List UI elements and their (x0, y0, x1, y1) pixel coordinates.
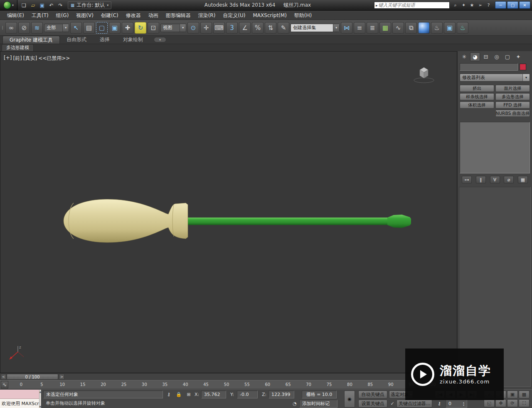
angle-snap-icon[interactable]: ∠ (239, 22, 251, 34)
favorites-star-icon[interactable]: ★ (468, 2, 475, 9)
workspace-dropdown[interactable]: ▦ 工作台: 默认 ▾ (68, 1, 111, 9)
modifier-button[interactable]: 面片选择 (495, 85, 530, 92)
selection-filter-dropdown[interactable]: 全部▾ (44, 24, 69, 32)
search-input[interactable] (379, 2, 445, 8)
toolbar-grip[interactable]: ⁞ (2, 25, 3, 31)
hierarchy-tab-icon[interactable]: ⊟ (481, 52, 491, 61)
render-setup-icon[interactable]: ♨ (431, 22, 443, 34)
modifier-stack-list[interactable] (460, 122, 530, 173)
infocenter-icon[interactable]: ✦ (460, 2, 467, 9)
scroll-up-icon[interactable]: ▲ (39, 390, 42, 393)
ribbon-tab-1[interactable]: 自由形式 (60, 36, 93, 44)
time-slider-prev-button[interactable]: < (1, 374, 6, 380)
select-object-icon[interactable]: ↖ (70, 22, 82, 34)
select-and-move-icon[interactable]: ✚ (122, 22, 133, 34)
key-filters-button[interactable]: 关键点过滤器... (397, 400, 432, 408)
snaps-toggle-icon[interactable]: 3 (226, 22, 238, 34)
viewport-menu-general[interactable]: [+] (4, 55, 12, 62)
menu-item-1[interactable]: 工具(T) (28, 11, 52, 20)
undo-icon[interactable]: ↶ (47, 1, 55, 9)
menu-item-4[interactable]: 创建(C) (97, 11, 122, 20)
default-in-out-tangents-icon[interactable]: ◉ (344, 391, 355, 408)
ribbon-tab-0[interactable]: Graphite 建模工具 (2, 36, 60, 44)
unlink-selection-icon[interactable]: ⊘ (18, 22, 30, 34)
pin-stack-icon[interactable]: ⊶ (462, 176, 472, 183)
screwdriver-handle[interactable] (64, 199, 188, 242)
screwdriver-shaft[interactable] (187, 218, 388, 225)
menu-item-11[interactable]: 帮助(H) (291, 11, 315, 20)
keyboard-override-icon[interactable]: ⌨ (213, 22, 225, 34)
x-coordinate-field[interactable]: 35.762 (201, 391, 226, 398)
viewport-menu-shading[interactable]: [真实] (23, 55, 37, 62)
tab-polygon-modeling[interactable]: 多边形建模 (2, 44, 34, 51)
modifier-button[interactable]: 体积选择 (460, 101, 494, 109)
track-bar[interactable]: ∿ 05101520253035404550556065707580859095… (0, 380, 457, 389)
align-icon[interactable]: ≡ (354, 22, 365, 34)
schematic-view-icon[interactable]: ⧉ (405, 22, 417, 34)
create-tab-icon[interactable]: ✳ (459, 52, 469, 61)
maxscript-mini-listener[interactable]: 欢迎使用 MAXScr ▲ ▼ (0, 390, 42, 408)
ribbon-tab-3[interactable]: 对象绘制 (116, 36, 150, 44)
object-name-input[interactable] (460, 63, 518, 71)
percent-snap-icon[interactable]: % (252, 22, 264, 34)
menu-item-6[interactable]: 动画 (145, 11, 162, 20)
absolute-offset-mode-icon[interactable]: ⊞ (185, 391, 193, 398)
orbit-icon[interactable]: ⟳ (507, 399, 518, 407)
minimize-button[interactable]: ─ (495, 1, 506, 9)
motion-tab-icon[interactable]: ◎ (492, 52, 502, 61)
modify-tab-icon[interactable]: ◕ (470, 52, 480, 61)
menu-item-8[interactable]: 渲染(R) (195, 11, 219, 20)
time-slider-thumb[interactable]: 0 / 100 (7, 374, 58, 380)
selection-lock-icon[interactable]: 🔒 (175, 391, 183, 398)
object-color-swatch[interactable] (520, 64, 526, 70)
mini-curve-editor-icon[interactable]: ∿ (1, 381, 8, 388)
configure-modifier-sets-icon[interactable]: ▦ (518, 176, 528, 183)
select-and-manipulate-icon[interactable]: ✛ (200, 22, 212, 34)
viewcube[interactable] (412, 67, 437, 84)
menu-item-5[interactable]: 修改器 (122, 11, 145, 20)
modifier-button[interactable]: 挤出 (460, 85, 494, 92)
remove-modifier-icon[interactable]: ⌀ (504, 176, 514, 183)
close-button[interactable]: ✕ (519, 1, 530, 9)
add-time-tag-button[interactable]: 添加时间标记 (299, 400, 337, 408)
layer-manager-icon[interactable]: ≣ (367, 22, 378, 34)
zoom-extents-all-icon[interactable]: ▩ (519, 391, 530, 398)
time-slider-next-button[interactable]: > (59, 374, 64, 380)
viewport[interactable]: [+] [前] [真实] <<已禁用>> (0, 51, 457, 373)
search-icon[interactable]: ⌕ (452, 2, 459, 9)
zoom-extents-icon[interactable]: ▣ (507, 391, 518, 398)
spinner-down-icon[interactable]: ▾ (463, 404, 464, 406)
communication-center-icon[interactable]: ➢ (477, 2, 484, 9)
save-file-icon[interactable]: ▣ (38, 1, 46, 9)
viewport-menu-view[interactable]: [前] (13, 55, 22, 62)
app-menu-button[interactable]: ▾ (0, 0, 17, 11)
maximize-viewport-icon[interactable]: ⛶ (519, 399, 530, 407)
show-end-result-icon[interactable]: ‖ (476, 176, 486, 183)
redo-icon[interactable]: ↷ (57, 1, 64, 9)
curve-editor-icon[interactable]: ∿ (392, 22, 404, 34)
screwdriver-model[interactable] (59, 190, 416, 252)
ribbon-state-toggle[interactable]: ▾ (154, 37, 166, 42)
mirror-icon[interactable]: ⋈ (341, 22, 352, 34)
menu-item-7[interactable]: 图形编辑器 (162, 11, 195, 20)
frame-spinner[interactable]: ▴ ▾ (463, 401, 464, 406)
modifier-button[interactable]: 样条线选择 (460, 93, 494, 100)
open-file-icon[interactable]: ▱ (29, 1, 37, 9)
screwdriver-tip[interactable] (387, 215, 411, 228)
key-icon[interactable]: ⚷ (165, 391, 173, 398)
help-icon[interactable]: ? (485, 2, 492, 9)
zoom-region-icon[interactable]: ◱ (484, 399, 495, 407)
material-editor-icon[interactable]: ● (418, 22, 430, 34)
bind-to-space-warp-icon[interactable]: ≋ (31, 22, 43, 34)
reference-coordinate-dropdown[interactable]: 视图▾ (160, 24, 186, 32)
macro-recorder-field[interactable] (0, 390, 39, 399)
utilities-tab-icon[interactable]: ✦ (513, 52, 523, 61)
key-mode-toggle-icon[interactable]: ⚷ (435, 400, 444, 408)
pan-icon[interactable]: ✥ (495, 399, 506, 407)
ribbon-tab-2[interactable]: 选择 (93, 36, 116, 44)
menu-item-10[interactable]: MAXScript(M) (249, 11, 291, 20)
new-file-icon[interactable]: ❏ (20, 1, 28, 9)
rect-selection-region-icon[interactable]: ▢ (96, 22, 108, 34)
auto-key-button[interactable]: 自动关键点 (358, 391, 387, 398)
select-and-link-icon[interactable]: ∞ (5, 22, 17, 34)
